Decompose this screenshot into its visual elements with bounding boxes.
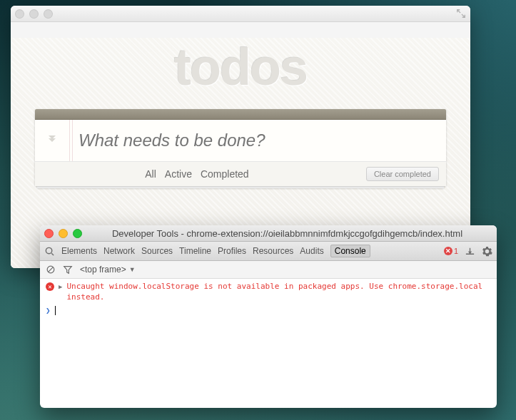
margin-rule [69,120,70,161]
clear-console-icon[interactable] [46,265,56,275]
filter-icon[interactable] [63,265,73,275]
todo-card: All Active Completed Clear completed [35,109,446,186]
error-count-badge[interactable]: ✕ 1 [444,247,458,255]
error-badge-icon: ✕ [46,282,54,291]
console-prompt[interactable]: ❯ [46,306,491,315]
console-error-row[interactable]: ✕ ▶ Uncaught window.localStorage is not … [46,282,491,303]
fullscreen-icon[interactable] [456,9,466,19]
filter-group: All Active Completed [145,168,248,180]
devtools-tabs: Elements Network Sources Timeline Profil… [40,242,497,261]
tab-resources[interactable]: Resources [253,246,293,256]
devtools-window-title: Developer Tools - chrome-extension://oie… [82,228,492,239]
toggle-all-icon[interactable] [35,131,69,150]
console-body[interactable]: ✕ ▶ Uncaught window.localStorage is not … [40,279,497,408]
filter-completed[interactable]: Completed [201,168,249,180]
tab-elements[interactable]: Elements [61,246,97,256]
dropdown-triangle-icon: ▼ [129,266,136,273]
minimize-window-button[interactable] [59,229,68,238]
text-cursor [55,306,56,315]
search-icon[interactable] [44,246,55,257]
card-header-bar [35,109,446,120]
error-icon: ✕ [444,247,452,255]
traffic-lights [44,229,82,238]
close-window-button[interactable] [15,9,24,19]
tab-console[interactable]: Console [330,245,370,257]
window-titlebar[interactable] [11,6,470,22]
zoom-window-button[interactable] [73,229,82,238]
traffic-lights [15,9,53,19]
toggle-drawer-icon[interactable] [465,246,475,257]
console-toolbar: <top frame> ▼ [40,261,497,279]
filter-active[interactable]: Active [165,168,192,180]
tab-timeline[interactable]: Timeline [179,246,211,256]
disclosure-triangle-icon[interactable]: ▶ [59,283,62,290]
filter-all[interactable]: All [145,168,156,180]
error-message-text: Uncaught window.localStorage is not avai… [66,282,491,303]
devtools-window: Developer Tools - chrome-extension://oie… [40,225,497,408]
tab-network[interactable]: Network [103,246,135,256]
tab-audits[interactable]: Audits [300,246,323,256]
frame-selector[interactable]: <top frame> ▼ [80,265,136,275]
todo-footer: All Active Completed Clear completed [35,161,446,186]
settings-gear-icon[interactable] [482,246,492,257]
devtools-titlebar[interactable]: Developer Tools - chrome-extension://oie… [40,225,497,242]
app-title: todos [11,38,470,96]
clear-completed-button[interactable]: Clear completed [366,167,439,181]
error-count-number: 1 [454,247,458,255]
prompt-chevron-icon: ❯ [46,306,51,315]
new-todo-row [35,120,446,161]
tab-profiles[interactable]: Profiles [218,246,246,256]
zoom-window-button[interactable] [44,9,53,19]
tab-sources[interactable]: Sources [141,246,173,256]
close-window-button[interactable] [44,229,54,238]
svg-point-0 [46,247,51,253]
frame-selector-label: <top frame> [80,265,126,275]
new-todo-input[interactable] [77,130,446,151]
minimize-window-button[interactable] [29,9,39,19]
